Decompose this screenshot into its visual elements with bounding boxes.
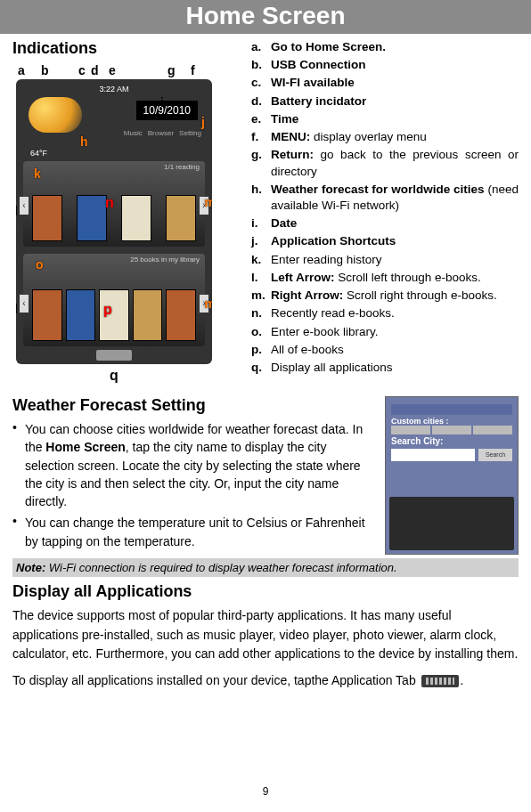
def-letter: a. [251,39,271,55]
weather-icon [29,97,82,133]
book-cover [121,195,151,241]
library-shelf: 25 books in my library [23,254,205,346]
def-letter: e. [251,111,271,127]
weather-settings-screenshot: Custom cities : Search City: Search [385,396,519,555]
def-letter: c. [251,75,271,91]
def-desc: WI-FI available [271,75,519,91]
def-desc: MENU: display overlay menu [271,129,519,145]
def-letter: g. [251,147,271,179]
overlay-j: j [201,115,205,129]
overlay-m2: m [205,296,212,311]
overlay-k: k [34,166,41,181]
def-letter: n. [251,305,271,321]
def-desc: Display all applications [271,360,519,376]
overlay-m: m [205,195,212,209]
application-tab-icon [421,675,459,687]
left-arrow-icon: ‹ [20,295,29,313]
definitions-list: a.Go to Home Screen. b.USB Connection c.… [251,39,519,384]
weather-bullet-text: You can change the temperature unit to C… [25,514,376,550]
def-letter: h. [251,182,271,214]
book-cover [77,195,107,241]
legend-b: b [41,63,78,77]
shortcut-browser: Browser [148,129,174,137]
device-screenshot: 3:22 AM 10/9/2010 Music Browser Setting … [16,79,212,364]
device-status-time: 3:22 AM [16,85,212,93]
legend-row: a b c d e g f [12,63,244,77]
def-letter: q. [251,360,271,376]
def-letter: m. [251,288,271,304]
weather-text-column: Weather Forecast Setting • You can choos… [12,396,376,554]
search-button: Search [478,449,512,461]
note-bar: Note: Wi-Fi connection is required to di… [12,558,519,577]
def-desc: Enter reading history [271,252,519,268]
def-letter: b. [251,57,271,73]
def-desc: Return: go back to the previous screen o… [271,147,519,179]
def-desc: Right Arrow: Scroll right through e-book… [271,288,519,304]
legend-e: e [109,63,167,77]
book-cover [32,289,62,341]
def-desc: Battery incidator [271,93,519,110]
book-cover [166,289,196,341]
display-apps-heading: Display all Applications [12,582,519,601]
legend-d: d [91,63,109,77]
overlay-h: h [80,134,88,149]
device-temp: 64°F [30,149,47,158]
overlay-i: i [160,95,164,110]
def-letter: o. [251,324,271,340]
bullet-icon: • [12,514,25,550]
weather-section: Weather Forecast Setting • You can choos… [12,396,519,555]
overlay-l2: l [16,302,18,316]
book-cover [66,289,96,341]
top-two-column: Indications a b c d e g f 3:22 AM 10/9/2… [12,39,519,384]
legend-f: f [191,63,208,77]
weather-bullet: • You can choose cities worldwide for we… [12,420,376,510]
legend-c: c [78,63,91,77]
left-arrow-icon: ‹ [20,197,29,215]
display-apps-paragraph-1: The device supports most of popular thir… [12,606,519,664]
def-desc: Weather forecast for worldwide cities (n… [271,182,519,214]
overlay-q: q [16,368,212,384]
city-search-input [391,449,475,461]
search-city-label: Search City: [391,436,443,446]
legend-a: a [18,63,41,77]
indications-heading: Indications [12,39,244,58]
def-desc: Application Shortcuts [271,233,519,249]
bullet-icon: • [12,420,25,510]
overlay-p: p [103,302,112,318]
book-cover [32,195,62,241]
legend-g: g [167,63,191,77]
def-desc: Date [271,215,519,231]
device-date: 10/9/2010 [136,101,198,120]
shortcut-music: Music [124,129,143,137]
keyboard-icon [389,497,514,550]
def-desc: Time [271,111,519,127]
def-desc: Recently read e-books. [271,305,519,321]
page-number: 9 [0,785,531,798]
application-tab-icon [96,350,132,361]
def-desc: Go to Home Screen. [271,39,519,55]
overlay-l: l [16,204,18,218]
device-shortcuts: Music Browser Setting [124,129,201,137]
def-letter: i. [251,215,271,231]
overlay-o: o [36,257,44,272]
custom-cities-label: Custom cities : [391,417,449,426]
shelf2-caption: 25 books in my library [130,256,200,264]
shelf1-caption: 1/1 reading [164,163,200,171]
page-title-bar: Home Screen [0,0,531,34]
def-desc: Enter e-book library. [271,324,519,340]
shortcut-setting: Setting [179,129,201,137]
weather-bullet: • You can change the temperature unit to… [12,514,376,550]
weather-bullet-text: You can choose cities worldwide for weat… [25,420,376,510]
reading-shelf: 1/1 reading [23,161,205,247]
def-letter: l. [251,270,271,286]
book-cover [133,289,163,341]
def-desc: USB Connection [271,57,519,73]
display-apps-paragraph-2: To display all applications installed on… [12,671,519,691]
def-desc: All of e-books [271,342,519,358]
weather-heading: Weather Forecast Setting [12,396,376,415]
def-letter: j. [251,233,271,249]
book-cover [166,195,196,241]
def-letter: d. [251,93,271,110]
overlay-n: n [105,195,114,211]
def-letter: p. [251,342,271,358]
